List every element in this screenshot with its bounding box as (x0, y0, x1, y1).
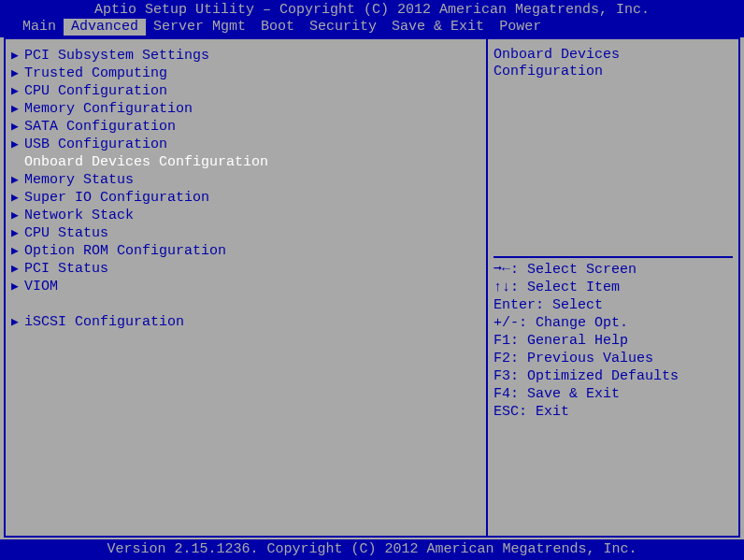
submenu-arrow-icon: ▶ (11, 119, 24, 136)
tab-bar: MainAdvancedServer MgmtBootSecuritySave … (0, 19, 744, 37)
submenu-arrow-icon: ▶ (11, 261, 24, 278)
help-line: ↑↓: Select Item (494, 280, 733, 297)
help-line: Enter: Select (494, 297, 733, 315)
menu-item-pci-subsystem-settings[interactable]: ▶PCI Subsystem Settings (11, 47, 480, 65)
submenu-arrow-icon: ▶ (11, 279, 24, 295)
menu-item-label: VIOM (24, 279, 58, 295)
menu-item-iscsi-configuration[interactable]: ▶iSCSI Configuration (11, 313, 480, 331)
menu-item-label: PCI Subsystem Settings (24, 48, 209, 65)
help-line: F3: Optimized Defaults (494, 368, 733, 386)
bios-screen: Aptio Setup Utility – Copyright (C) 2012… (0, 0, 744, 560)
help-line: F2: Previous Values (494, 351, 733, 368)
menu-item-option-rom-configuration[interactable]: ▶Option ROM Configuration (11, 242, 480, 260)
help-line: ➞←: Select Screen (494, 262, 733, 280)
help-panel: ➞←: Select Screen↑↓: Select ItemEnter: S… (494, 262, 733, 422)
tab-power[interactable]: Power (492, 19, 549, 36)
menu-item-label: Memory Configuration (24, 101, 193, 118)
menu-item-viom[interactable]: ▶VIOM (11, 278, 480, 295)
help-line: ESC: Exit (494, 404, 733, 422)
menu-item-cpu-configuration[interactable]: ▶CPU Configuration (11, 82, 480, 100)
submenu-arrow-icon: ▶ (11, 314, 24, 331)
menu-item-label: USB Configuration (24, 136, 167, 153)
menu-item-network-stack[interactable]: ▶Network Stack (11, 207, 480, 224)
main-body: ▶PCI Subsystem Settings▶Trusted Computin… (4, 37, 740, 538)
menu-item-onboard-devices-configuration[interactable]: ▶Onboard Devices Configuration (11, 153, 480, 171)
tab-security[interactable]: Security (302, 19, 384, 36)
menu-item-label: CPU Configuration (24, 83, 167, 100)
submenu-arrow-icon: ▶ (11, 101, 24, 118)
help-line: +/-: Change Opt. (494, 315, 733, 333)
tab-server-mgmt[interactable]: Server Mgmt (146, 19, 253, 36)
menu-item-label: SATA Configuration (24, 119, 176, 136)
menu-item-label: Super IO Configuration (24, 190, 209, 207)
menu-item-label: CPU Status (24, 225, 108, 242)
menu-item-label: Trusted Computing (24, 65, 167, 82)
menu-item-memory-configuration[interactable]: ▶Memory Configuration (11, 100, 480, 118)
submenu-arrow-icon: ▶ (11, 136, 24, 153)
footer-version: Version 2.15.1236. Copyright (C) 2012 Am… (0, 539, 744, 560)
menu-gap (11, 295, 480, 313)
submenu-arrow-icon: ▶ (11, 243, 24, 260)
menu-item-sata-configuration[interactable]: ▶SATA Configuration (11, 118, 480, 136)
menu-panel: ▶PCI Subsystem Settings▶Trusted Computin… (6, 39, 488, 536)
tab-save-exit[interactable]: Save & Exit (384, 19, 492, 36)
menu-item-trusted-computing[interactable]: ▶Trusted Computing (11, 65, 480, 82)
submenu-arrow-icon: ▶ (11, 172, 24, 189)
help-line: F4: Save & Exit (494, 386, 733, 404)
menu-item-label: Memory Status (24, 172, 134, 189)
tab-boot[interactable]: Boot (253, 19, 302, 36)
menu-item-pci-status[interactable]: ▶PCI Status (11, 260, 480, 278)
menu-item-usb-configuration[interactable]: ▶USB Configuration (11, 136, 480, 153)
submenu-arrow-icon: ▶ (11, 65, 24, 82)
menu-item-label: PCI Status (24, 261, 108, 278)
menu-item-label: Option ROM Configuration (24, 243, 226, 260)
submenu-arrow-icon: ▶ (11, 48, 24, 65)
side-panel: Onboard Devices Configuration ➞←: Select… (488, 39, 738, 536)
menu-item-cpu-status[interactable]: ▶CPU Status (11, 224, 480, 242)
menu-item-label: Network Stack (24, 208, 134, 224)
tab-main[interactable]: Main (15, 19, 64, 36)
tab-advanced[interactable]: Advanced (64, 19, 146, 36)
menu-item-label: iSCSI Configuration (24, 314, 184, 331)
menu-item-label: Onboard Devices Configuration (24, 154, 268, 171)
help-line: F1: General Help (494, 333, 733, 351)
header-title: Aptio Setup Utility – Copyright (C) 2012… (0, 0, 744, 19)
menu-item-super-io-configuration[interactable]: ▶Super IO Configuration (11, 189, 480, 207)
item-description: Onboard Devices Configuration (494, 47, 733, 252)
submenu-arrow-icon: ▶ (11, 190, 24, 207)
divider (494, 256, 733, 258)
submenu-arrow-icon: ▶ (11, 225, 24, 242)
menu-item-memory-status[interactable]: ▶Memory Status (11, 171, 480, 189)
submenu-arrow-icon: ▶ (11, 83, 24, 100)
submenu-arrow-icon: ▶ (11, 208, 24, 224)
submenu-arrow-icon: ▶ (11, 154, 24, 171)
